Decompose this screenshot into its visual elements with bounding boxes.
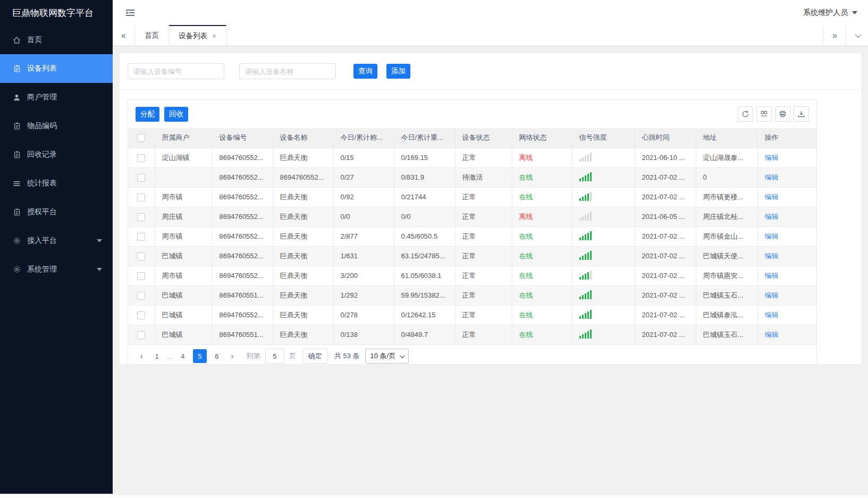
cell-signal (572, 148, 635, 167)
sidebar-item-report[interactable]: 统计报表 (0, 169, 113, 198)
cell-network-status: 在线 (512, 305, 572, 325)
sidebar-item-label: 回收记录 (27, 150, 57, 159)
horizontal-scrollbar[interactable] (0, 494, 868, 498)
goto-page-input[interactable] (265, 349, 284, 364)
edit-link[interactable]: 编辑 (765, 311, 779, 319)
query-button[interactable]: 查询 (353, 64, 377, 79)
page-button-5-current[interactable]: 5 (193, 349, 207, 363)
sidebar-item-device-list[interactable]: 设备列表 (0, 54, 113, 83)
row-checkbox[interactable] (137, 292, 145, 300)
recycle-button[interactable]: 回收 (164, 107, 188, 122)
device-list-icon (12, 64, 21, 73)
download-icon[interactable] (794, 106, 809, 122)
row-checkbox[interactable] (137, 213, 145, 221)
cell-address: 巴城镇天使... (696, 246, 757, 266)
sidebar-item-auth-platform[interactable]: 授权平台 (0, 198, 113, 226)
tab-home[interactable]: 首页 (135, 25, 169, 46)
page-size-select[interactable]: 10 条/页 (365, 349, 409, 364)
print-icon[interactable] (775, 106, 790, 122)
cell-heartbeat: 2021-07-02 ... (635, 167, 696, 187)
cell-device-status: 正常 (455, 187, 512, 207)
cell-merchant: 周庄镇 (155, 207, 212, 226)
cell-address: 周庄镇北桂... (696, 207, 757, 226)
row-checkbox[interactable] (137, 233, 145, 241)
col-today-count: 今日/累计称... (333, 128, 394, 148)
col-address: 地址 (696, 128, 757, 148)
row-checkbox[interactable] (137, 272, 145, 280)
sidebar-item-item-code[interactable]: 物品编码 (0, 112, 113, 140)
device-no-input[interactable] (128, 63, 224, 79)
page-button-4[interactable]: 4 (176, 349, 190, 363)
cell-signal (572, 305, 635, 325)
next-page-icon[interactable]: › (225, 349, 239, 363)
cell-merchant: 周市镇 (155, 266, 212, 285)
edit-link[interactable]: 编辑 (765, 252, 779, 260)
cell-address: 0 (696, 167, 757, 187)
cell-today-count: 0/0 (333, 207, 394, 226)
auth-platform-icon (12, 208, 21, 217)
cell-address: 淀山湖晟泰... (696, 148, 757, 167)
sidebar-item-home[interactable]: 首页 (0, 26, 113, 54)
signal-strength-icon (579, 330, 592, 339)
row-checkbox[interactable] (137, 311, 145, 319)
tabs-scroll-right-icon[interactable]: » (823, 25, 846, 46)
select-all-checkbox[interactable] (137, 134, 145, 142)
edit-link[interactable]: 编辑 (765, 173, 779, 181)
content: 查询 添加 分配 回收 (113, 46, 868, 494)
edit-link[interactable]: 编辑 (765, 291, 779, 299)
tab-device-list[interactable]: 设备列表 × (169, 25, 226, 46)
cell-action: 编辑 (757, 285, 816, 305)
goto-confirm-button[interactable]: 确定 (302, 349, 328, 364)
sidebar-item-label: 统计报表 (27, 179, 57, 188)
refresh-icon[interactable] (738, 106, 753, 122)
close-icon[interactable]: × (212, 32, 216, 40)
table-row: 巴城镇 8694760551... 巨鼎天衡 0/138 0/4849.7 正常… (128, 325, 816, 344)
col-device-name: 设备名称 (273, 128, 333, 148)
row-checkbox[interactable] (137, 331, 145, 339)
columns-setting-icon[interactable] (756, 106, 772, 122)
col-network-status: 网络状态 (512, 128, 572, 148)
signal-strength-icon (579, 310, 592, 319)
tab-label: 设备列表 (179, 31, 207, 41)
sidebar-item-access-platform[interactable]: 接入平台 (0, 226, 113, 255)
sidebar-item-system-management[interactable]: 系统管理 (0, 255, 113, 284)
edit-link[interactable]: 编辑 (765, 154, 779, 162)
sidebar-item-merchant[interactable]: 商户管理 (0, 83, 113, 112)
table-row: 8694760552... 8694760552... 0/27 0/831.9… (128, 167, 816, 187)
prev-page-icon[interactable]: ‹ (134, 349, 148, 363)
cell-device-status: 正常 (455, 266, 512, 285)
add-button[interactable]: 添加 (386, 64, 410, 79)
merchant-icon (12, 93, 21, 102)
edit-link[interactable]: 编辑 (765, 331, 779, 339)
cell-action: 编辑 (757, 226, 816, 246)
row-checkbox[interactable] (137, 154, 145, 162)
cell-signal (572, 246, 635, 266)
row-checkbox[interactable] (137, 174, 145, 182)
row-checkbox[interactable] (137, 193, 145, 201)
edit-link[interactable]: 编辑 (765, 232, 779, 240)
cell-device-no: 8694760552... (212, 305, 273, 325)
row-checkbox[interactable] (137, 252, 145, 260)
cell-network-status: 在线 (512, 187, 572, 207)
cell-device-status: 正常 (455, 226, 512, 246)
cell-address: 巴城镇玉石... (696, 325, 757, 344)
allocate-button[interactable]: 分配 (136, 107, 159, 122)
device-name-input[interactable] (239, 63, 336, 79)
sidebar-item-recycle-record[interactable]: 回收记录 (0, 140, 113, 169)
tabs-menu-icon[interactable] (846, 25, 868, 46)
table-row: 巴城镇 8694760552... 巨鼎天衡 0/278 0/12642.15 … (128, 305, 816, 325)
edit-link[interactable]: 编辑 (765, 272, 779, 280)
cell-today-count: 1/292 (333, 285, 394, 305)
signal-strength-icon (579, 251, 592, 260)
user-menu[interactable]: 系统维护人员 (803, 8, 857, 18)
edit-link[interactable]: 编辑 (765, 213, 779, 221)
edit-link[interactable]: 编辑 (765, 193, 779, 201)
cell-heartbeat: 2021-07-02 ... (635, 246, 696, 266)
tabs-scroll-left-icon[interactable]: « (113, 25, 135, 46)
page-button-6[interactable]: 6 (210, 349, 224, 363)
cell-device-name: 巨鼎天衡 (273, 226, 333, 246)
cell-device-name: 巨鼎天衡 (273, 325, 333, 344)
sidebar-collapse-icon[interactable] (125, 9, 135, 17)
page-button-1[interactable]: 1 (150, 349, 164, 363)
cell-today-weight: 0.45/6050.5 (394, 226, 455, 246)
